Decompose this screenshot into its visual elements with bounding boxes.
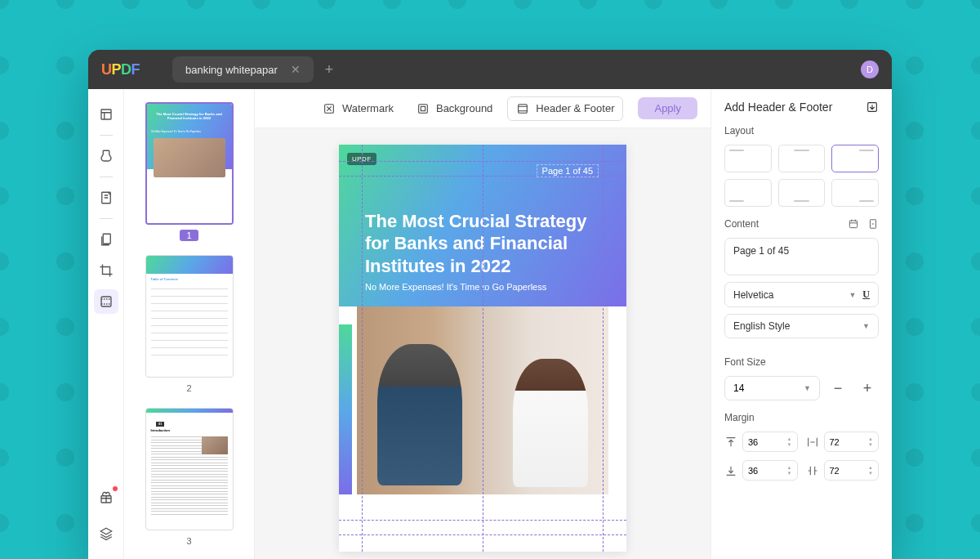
add-tab-button[interactable]: + [325, 61, 334, 78]
layout-label: Layout [724, 125, 879, 136]
layout-option-top-center[interactable] [778, 145, 826, 172]
panel-title: Add Header & Footer [724, 101, 832, 114]
app-logo: UPDF [101, 61, 140, 78]
page-tools-toolbar: Watermark Background Header & Footer App… [255, 89, 710, 128]
tab-label: banking whitepapar [185, 64, 278, 76]
thumb-number: 2 [180, 382, 198, 394]
svg-rect-8 [519, 104, 528, 113]
content-input[interactable]: Page 1 of 45 [724, 238, 879, 275]
avatar[interactable]: D [861, 60, 879, 78]
layout-option-top-right[interactable] [831, 145, 879, 172]
thumbnails-icon[interactable] [94, 102, 118, 127]
close-icon[interactable]: ✕ [291, 63, 301, 76]
background-button[interactable]: Background [408, 97, 501, 120]
style-select[interactable]: English Style▼ [724, 314, 879, 338]
thumb-number: 1 [180, 230, 198, 241]
gift-icon[interactable] [94, 485, 118, 510]
header-footer-tool-icon[interactable] [94, 289, 118, 314]
page-subtitle: No More Expenses! It's Time to Go Paperl… [365, 282, 546, 292]
header-footer-button[interactable]: Header & Footer [507, 96, 623, 121]
page-viewport[interactable]: UPDF Page 1 of 45 The Most Crucial Strat… [255, 128, 710, 559]
insert-page-icon[interactable] [867, 218, 879, 230]
layout-option-top-left[interactable] [724, 145, 772, 172]
layout-option-bottom-left[interactable] [724, 179, 772, 207]
fontsize-label: Font Size [724, 356, 879, 368]
thumb-number: 3 [180, 535, 198, 547]
apply-button[interactable]: Apply [638, 97, 697, 119]
thumbnail-1[interactable]: The Most Crucial Strategy for Banks and … [140, 102, 238, 242]
layout-option-bottom-center[interactable] [778, 179, 826, 207]
fontsize-increase[interactable]: + [856, 377, 879, 400]
insert-date-icon[interactable] [848, 218, 859, 230]
workspace: The Most Crucial Strategy for Banks and … [88, 89, 892, 559]
properties-panel: Add Header & Footer Layout Content [710, 89, 892, 559]
margin-label: Margin [724, 412, 879, 423]
watermark-button[interactable]: Watermark [314, 97, 402, 120]
left-rail [88, 89, 124, 559]
margin-outside-input[interactable]: 72▲▼ [824, 432, 880, 452]
page-preview: UPDF Page 1 of 45 The Most Crucial Strat… [339, 145, 626, 552]
thumbnail-panel: The Most Crucial Strategy for Banks and … [124, 89, 255, 559]
svg-rect-7 [421, 106, 425, 110]
fontsize-section: Font Size 14▼ − + [711, 356, 892, 412]
panel-header: Add Header & Footer [711, 89, 892, 125]
margin-outside-icon [806, 436, 819, 449]
annotate-icon[interactable] [94, 186, 118, 210]
svg-rect-3 [101, 297, 111, 306]
pages-icon[interactable] [94, 227, 118, 252]
app-window: UPDF banking whitepapar ✕ + D [88, 50, 892, 559]
thumbnail-3[interactable]: 01Introduction 3 [140, 408, 238, 548]
layout-option-bottom-right[interactable] [831, 179, 879, 207]
content-section: Content Page 1 of 45 Helvetica▼U English… [711, 218, 892, 356]
canvas-area: Watermark Background Header & Footer App… [255, 89, 710, 559]
redact-icon[interactable] [94, 144, 118, 168]
font-select[interactable]: Helvetica▼U [724, 282, 879, 307]
document-tab[interactable]: banking whitepapar ✕ [172, 56, 314, 83]
underline-icon[interactable]: U [862, 288, 870, 301]
fontsize-decrease[interactable]: − [826, 377, 849, 400]
svg-rect-2 [103, 234, 110, 244]
svg-rect-0 [101, 110, 111, 119]
fontsize-input[interactable]: 14▼ [724, 376, 820, 400]
margin-section: Margin 36▲▼ 72▲▼ 36▲▼ 72▲▼ [711, 412, 892, 492]
margin-bottom-input[interactable]: 36▲▼ [742, 460, 798, 481]
save-template-icon[interactable] [866, 101, 879, 114]
margin-top-icon [724, 436, 737, 449]
svg-rect-10 [849, 221, 857, 228]
margin-bottom-icon [724, 464, 737, 477]
titlebar: UPDF banking whitepapar ✕ + D [88, 50, 892, 89]
thumbnail-2[interactable]: Table of Contents 2 [140, 255, 238, 395]
layout-section: Layout [711, 125, 892, 218]
layers-icon[interactable] [94, 521, 118, 546]
svg-rect-6 [419, 104, 428, 113]
margin-inside-icon [806, 464, 819, 477]
margin-top-input[interactable]: 36▲▼ [742, 432, 798, 452]
margin-inside-input[interactable]: 72▲▼ [824, 460, 880, 481]
content-label: Content [724, 218, 759, 230]
crop-icon[interactable] [94, 258, 118, 283]
